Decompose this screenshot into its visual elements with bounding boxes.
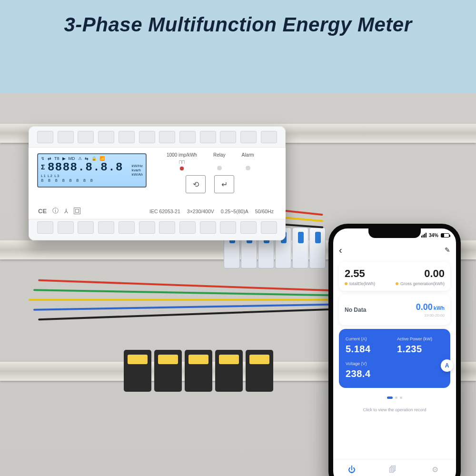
- tab-bar: ⏻ On 🗐 Records ⚙ Setting: [333, 459, 456, 476]
- battery-icon: [441, 233, 449, 238]
- signal-icon: [421, 233, 426, 238]
- chart-kwh-value: 0.00: [416, 302, 433, 312]
- alarm-label: Alarm: [242, 152, 254, 158]
- page-dots: [339, 397, 450, 399]
- energy-meter-device: ↯⇄ T8 ▶ MD ⚠⇆🔒📶 Σ 8888.8.8.8 kW/Hz kvarh…: [29, 126, 286, 240]
- voltage-value: 238.4: [346, 368, 392, 379]
- lcd-phases: L1 L2 L3: [41, 174, 143, 178]
- total-ele-label: totalEle(kWh): [349, 281, 375, 286]
- page-title: 3-Phase Multifunction Energy Meter: [64, 13, 412, 36]
- back-button[interactable]: ‹: [339, 245, 342, 256]
- power-label: Active Power (kW): [397, 337, 444, 341]
- pulse-led: [180, 167, 184, 170]
- pulse-rate-label: 1000 imp/kWh: [167, 152, 197, 158]
- meter-enter-button[interactable]: ↵: [214, 175, 234, 193]
- gross-gen-label: Gross generation(kWh): [400, 281, 445, 286]
- phone-notch: [368, 228, 421, 238]
- operation-record-link[interactable]: Click to view the operation record: [339, 407, 450, 412]
- gross-gen-value: 0.00: [396, 268, 445, 280]
- gear-icon: ⚙: [432, 465, 438, 474]
- lcd-md: MD: [69, 156, 75, 161]
- double-insulation-icon: [74, 208, 80, 214]
- meter-spec-line: IEC 62053-21 3×230/400V 0.25~5(80)A 50/6…: [149, 208, 274, 214]
- lcd-digits: 8888.8.8.8: [48, 162, 123, 173]
- meter-cert-badges: CE ⓘ ⅄: [38, 207, 80, 215]
- pulse-icon: ⨅⨅: [179, 159, 185, 165]
- phase-fab-button[interactable]: A: [441, 359, 453, 372]
- summary-card: 2.55 totalEle(kWh) 0.00 Gross generation…: [339, 262, 450, 291]
- smartphone: 34% ‹ ✎ 2.55 totalEle(kWh) 0.00 Gross ge…: [328, 224, 461, 476]
- voltage-label: Voltage (V): [346, 361, 392, 366]
- edit-button[interactable]: ✎: [445, 246, 450, 254]
- tab-setting[interactable]: ⚙ Setting: [429, 465, 441, 476]
- relay-label: Relay: [213, 152, 226, 158]
- current-value: 5.184: [346, 344, 392, 355]
- chart-kwh-unit: kWh: [434, 305, 445, 311]
- current-label: Current (A): [346, 337, 392, 341]
- wye-mark: ⅄: [64, 208, 68, 215]
- title-band: 3-Phase Multifunction Energy Meter: [0, 0, 476, 93]
- tab-records[interactable]: 🗐 Records: [386, 466, 400, 476]
- lcd-segments: 8 8 8 8 8 8 8 8: [41, 178, 143, 183]
- battery-pct: 34%: [429, 233, 438, 238]
- meter-led-panel: 1000 imp/kWh ⨅⨅ Relay Alarm: [167, 152, 254, 170]
- relay-led: [218, 166, 221, 170]
- tab-on[interactable]: ⏻ On: [348, 466, 356, 476]
- records-icon: 🗐: [389, 466, 397, 474]
- power-value: 1.235: [397, 344, 444, 355]
- chart-time-range: 19:00-20:00: [416, 313, 445, 317]
- meter-cycle-button[interactable]: ⟲: [186, 175, 206, 193]
- lcd-tariff: T8: [54, 156, 60, 161]
- power-icon: ⏻: [348, 466, 356, 474]
- chart-card[interactable]: No Data 0.00kWh 19:00-20:00: [339, 295, 450, 325]
- live-metrics-card[interactable]: Current (A) 5.184 Active Power (kW) 1.23…: [339, 329, 450, 388]
- alarm-led: [246, 166, 250, 170]
- no-data-label: No Data: [345, 307, 366, 313]
- app-header: ‹ ✎: [333, 242, 456, 258]
- info-mark: ⓘ: [52, 207, 59, 215]
- ce-mark: CE: [38, 208, 47, 215]
- total-ele-value: 2.55: [345, 268, 375, 280]
- meter-lcd: ↯⇄ T8 ▶ MD ⚠⇆🔒📶 Σ 8888.8.8.8 kW/Hz kvarh…: [37, 153, 147, 188]
